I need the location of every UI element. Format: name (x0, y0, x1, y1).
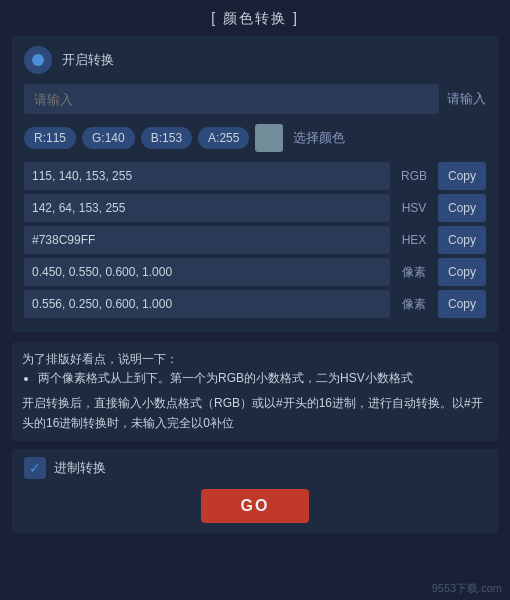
result-row-3: 0.450, 0.550, 0.600, 1.000 像素 Copy (24, 258, 486, 286)
checkmark-icon: ✓ (29, 460, 41, 476)
r-badge: R:115 (24, 127, 76, 149)
title-text: [ 颜色转换 ] (211, 10, 299, 26)
color-swatch[interactable] (255, 124, 283, 152)
description-title: 为了排版好看点，说明一下： (22, 350, 488, 369)
copy-button-hsv[interactable]: Copy (438, 194, 486, 222)
result-type-hex: HEX (396, 233, 432, 247)
description-bullet-0: 两个像素格式从上到下。第一个为RGB的小数格式，二为HSV小数格式 (38, 369, 488, 388)
result-value-pixel2: 0.556, 0.250, 0.600, 1.000 (24, 290, 390, 318)
rgba-row: R:115 G:140 B:153 A:255 选择颜色 (24, 124, 486, 152)
copy-button-pixel2[interactable]: Copy (438, 290, 486, 318)
result-value-pixel1: 0.450, 0.550, 0.600, 1.000 (24, 258, 390, 286)
result-row-0: 115, 140, 153, 255 RGB Copy (24, 162, 486, 190)
toggle-label: 开启转换 (62, 51, 114, 69)
toggle-indicator (32, 54, 44, 66)
g-badge: G:140 (82, 127, 135, 149)
color-picker-label: 选择颜色 (293, 129, 345, 147)
result-type-rgb: RGB (396, 169, 432, 183)
result-type-pixel2: 像素 (396, 296, 432, 313)
copy-button-rgb[interactable]: Copy (438, 162, 486, 190)
go-button[interactable]: GO (201, 489, 310, 523)
copy-button-pixel1[interactable]: Copy (438, 258, 486, 286)
bottom-panel: ✓ 进制转换 GO (12, 449, 498, 533)
description-box: 为了排版好看点，说明一下： 两个像素格式从上到下。第一个为RGB的小数格式，二为… (12, 342, 498, 441)
checkbox-icon[interactable]: ✓ (24, 457, 46, 479)
main-panel: 开启转换 请输入 R:115 G:140 B:153 A:255 选择颜色 11… (12, 36, 498, 332)
watermark: 9553下载.com (432, 581, 502, 596)
result-type-hsv: HSV (396, 201, 432, 215)
result-type-pixel1: 像素 (396, 264, 432, 281)
result-value-rgb: 115, 140, 153, 255 (24, 162, 390, 190)
input-row: 请输入 (24, 84, 486, 114)
result-row-1: 142, 64, 153, 255 HSV Copy (24, 194, 486, 222)
checkbox-label: 进制转换 (54, 459, 106, 477)
a-badge: A:255 (198, 127, 249, 149)
main-input[interactable] (24, 84, 439, 114)
result-value-hsv: 142, 64, 153, 255 (24, 194, 390, 222)
result-row-2: #738C99FF HEX Copy (24, 226, 486, 254)
description-extra: 开启转换后，直接输入小数点格式（RGB）或以#开头的16进制，进行自动转换。以#… (22, 396, 483, 429)
title-bar: [ 颜色转换 ] (0, 0, 510, 36)
input-label: 请输入 (447, 90, 486, 108)
result-row-4: 0.556, 0.250, 0.600, 1.000 像素 Copy (24, 290, 486, 318)
go-btn-row: GO (24, 489, 486, 523)
b-badge: B:153 (141, 127, 192, 149)
toggle-button[interactable] (24, 46, 52, 74)
result-value-hex: #738C99FF (24, 226, 390, 254)
checkbox-row: ✓ 进制转换 (24, 457, 486, 479)
toggle-row: 开启转换 (24, 46, 486, 74)
copy-button-hex[interactable]: Copy (438, 226, 486, 254)
